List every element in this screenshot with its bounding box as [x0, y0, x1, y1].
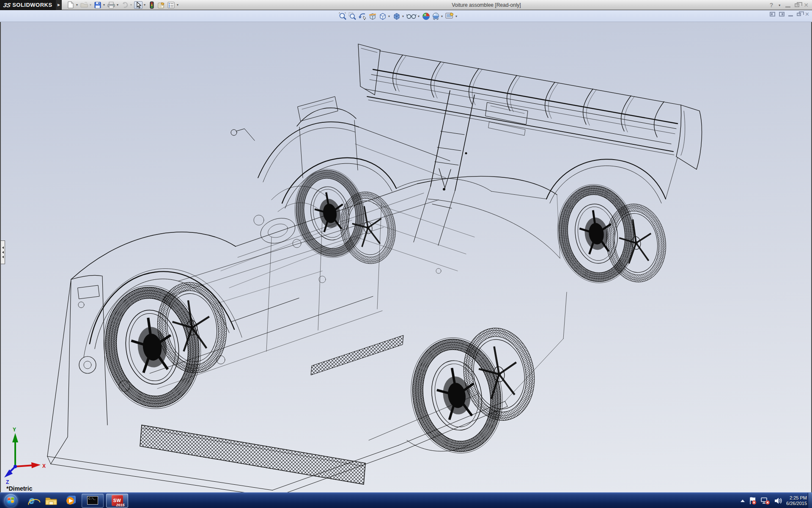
clock-time: 2:25 PM	[786, 495, 807, 501]
graphics-viewport[interactable]: Y X Z *Dimetric	[0, 22, 812, 492]
dropdown-arrow[interactable]: ▼	[143, 3, 146, 6]
taskbar-items: e C:\_	[23, 494, 128, 508]
appearance-sphere-icon	[422, 12, 430, 20]
dropdown-arrow[interactable]: ▼	[102, 3, 106, 6]
new-document-icon	[66, 1, 75, 9]
internet-explorer-icon: e	[29, 495, 34, 505]
triad-x-label: X	[42, 463, 46, 469]
taskbar-clock[interactable]: 2:25 PM 6/26/2015	[786, 495, 807, 506]
solidworks-logo-text: SOLIDWORKS	[12, 2, 52, 8]
wheels	[96, 163, 671, 461]
display-style-button[interactable]: ▼	[392, 12, 405, 21]
apply-scene-icon	[432, 12, 440, 20]
section-view-icon	[368, 12, 377, 20]
document-window-controls: ✕	[770, 11, 809, 17]
solidworks-logo: 3S SOLIDWORKS	[0, 0, 56, 10]
document-minimize-button[interactable]	[788, 15, 793, 17]
ds-logo-glyph: 3S	[3, 2, 11, 8]
reference-triad: Y X Z	[3, 426, 53, 486]
previous-view-button[interactable]	[358, 12, 367, 20]
help-button[interactable]: ?	[770, 2, 774, 8]
restore-button[interactable]	[795, 3, 799, 7]
triad-y-label: Y	[13, 427, 16, 433]
dropdown-arrow[interactable]: ▼	[387, 15, 391, 18]
rebuild-traffic-light-icon	[148, 1, 156, 9]
apply-scene-button[interactable]: ▼	[431, 12, 444, 21]
split-pane-left-button[interactable]	[770, 12, 775, 17]
taskbar: e C:\_	[0, 492, 812, 508]
command-prompt-button[interactable]: C:\_	[82, 494, 104, 508]
display-style-icon	[392, 12, 401, 20]
rear-left-inner-wheel	[288, 163, 372, 263]
dropdown-arrow[interactable]: ▼	[75, 3, 79, 6]
radiator-mesh	[140, 335, 403, 484]
volume-icon[interactable]	[774, 497, 782, 505]
help-dropdown-arrow[interactable]: ▼	[778, 4, 781, 7]
wireframe-car-model[interactable]	[1, 22, 811, 492]
solidworks-taskbar-button[interactable]: SW 2015	[106, 494, 128, 508]
open-folder-icon	[80, 1, 88, 9]
zoom-to-area-button[interactable]	[348, 12, 357, 21]
options-button[interactable]: ▼	[167, 0, 180, 10]
dropdown-arrow[interactable]: ▼	[440, 15, 444, 18]
select-cursor-icon	[134, 1, 143, 9]
dropdown-arrow[interactable]: ▼	[401, 15, 405, 18]
menu-expand-arrow[interactable]: ▶	[56, 0, 62, 10]
windows-flag-icon	[8, 497, 14, 504]
document-restore-button[interactable]	[797, 13, 801, 16]
undo-icon	[121, 1, 129, 9]
view-orientation-button[interactable]: ▼	[378, 12, 391, 21]
undo-button[interactable]: ▼	[120, 0, 133, 10]
zoom-to-area-icon	[348, 12, 357, 20]
solidworks-window: 3S SOLIDWORKS ▶ ▼ ▼ ▼	[0, 0, 812, 508]
show-desktop-button[interactable]	[808, 493, 812, 508]
zoom-to-fit-button[interactable]	[338, 12, 347, 21]
folder-icon	[45, 495, 58, 505]
previous-view-icon	[358, 12, 367, 20]
network-disconnected-icon[interactable]	[761, 497, 770, 505]
featuremanager-collapsed-tab[interactable]	[1, 240, 5, 264]
dropdown-arrow[interactable]: ▼	[176, 3, 179, 6]
media-player-icon	[65, 495, 77, 506]
solidworks-2015-icon: SW 2015	[112, 495, 123, 506]
print-button[interactable]: ▼	[107, 0, 120, 10]
command-prompt-icon: C:\_	[87, 496, 98, 505]
split-pane-right-button[interactable]	[779, 12, 785, 17]
clock-date: 6/26/2015	[786, 501, 807, 506]
rebuild-button[interactable]	[147, 0, 156, 10]
print-icon	[107, 1, 115, 9]
collapse-arrow-icon	[2, 246, 4, 249]
headsup-band: ▼ ▼ ▼ ▼ ▼	[0, 10, 812, 22]
media-player-button[interactable]	[62, 494, 79, 508]
windows-explorer-button[interactable]	[43, 494, 60, 508]
dropdown-arrow[interactable]: ▼	[116, 3, 119, 6]
edit-appearance-button[interactable]	[422, 12, 431, 21]
save-button[interactable]: ▼	[93, 0, 106, 10]
dropdown-arrow[interactable]: ▼	[417, 15, 420, 18]
system-tray: 2:25 PM 6/26/2015	[741, 493, 807, 508]
select-button[interactable]: ▼	[134, 0, 147, 10]
hidden-icons-arrow[interactable]	[741, 500, 745, 502]
open-button[interactable]: ▼	[80, 0, 93, 10]
start-button[interactable]	[4, 494, 17, 507]
close-button[interactable]: ✕	[804, 2, 809, 8]
main-toolbar: ▼ ▼ ▼ ▼ ▼	[66, 0, 180, 10]
view-orientation-icon	[379, 12, 387, 20]
title-bar: 3S SOLIDWORKS ▶ ▼ ▼ ▼	[0, 0, 812, 10]
action-center-flag-icon[interactable]	[749, 497, 757, 505]
hide-show-items-button[interactable]: ▼	[406, 12, 421, 20]
front-left-inner-wheel	[96, 279, 208, 415]
new-document-button[interactable]: ▼	[66, 0, 79, 10]
minimize-button[interactable]	[785, 6, 790, 8]
dropdown-arrow[interactable]: ▼	[89, 3, 92, 6]
document-close-button[interactable]: ✕	[805, 11, 809, 17]
view-orientation-label: *Dimetric	[6, 485, 32, 492]
view-settings-button[interactable]: ▼	[445, 12, 458, 20]
internet-explorer-button[interactable]: e	[23, 494, 40, 508]
dropdown-arrow[interactable]: ▼	[455, 15, 458, 18]
file-properties-button[interactable]	[157, 0, 166, 10]
collapse-arrow-icon	[2, 256, 4, 258]
window-title: Voiture assomblee [Read-only]	[296, 2, 677, 8]
dropdown-arrow[interactable]: ▼	[129, 3, 133, 6]
section-view-button[interactable]	[368, 12, 377, 21]
